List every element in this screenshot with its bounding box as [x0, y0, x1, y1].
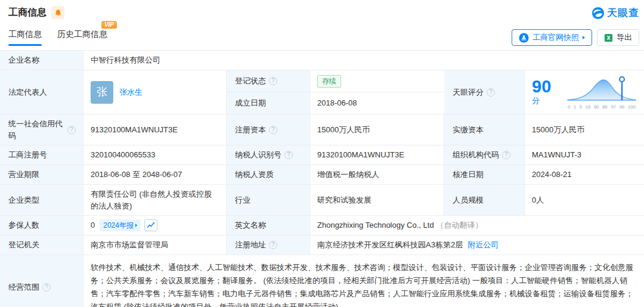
- score-axis-ticks: 0151550859799100: [566, 104, 637, 110]
- business-scope-value: 软件技术、机械技术、通信技术、人工智能技术、数据技术开发、技术服务、技术咨询；模…: [83, 255, 644, 307]
- trend-chart-button[interactable]: [144, 219, 157, 231]
- taxpayer-id-value: 91320100MA1WNUJT3E: [310, 145, 444, 165]
- field-label: 营业期限: [0, 165, 83, 184]
- field-label: 纳税人资质: [227, 165, 310, 184]
- table-row-insured: 参保人数 0 2024年报 英文名称 Zhongzhixing Technolo…: [0, 216, 644, 235]
- help-icon[interactable]: [269, 126, 277, 134]
- table-row-business-scope: 经营范围 软件技术、机械技术、通信技术、人工智能技术、数据技术开发、技术服务、技…: [0, 255, 644, 307]
- tab-bar: 工商信息 历史工商信息 VIP 工商官网快照 导出: [0, 23, 644, 49]
- field-label: 英文名称: [227, 216, 310, 235]
- field-label: 人员规模: [444, 185, 525, 215]
- org-code-value: MA1WNUJT-3: [525, 145, 644, 165]
- table-row-reg-authority: 登记机关 南京市市场监督管理局 注册地址 南京经济技术开发区红枫科技园A3栋第2…: [0, 235, 644, 255]
- logo-text: 天眼查: [607, 6, 639, 20]
- score-value: 90: [532, 77, 551, 96]
- business-info-panel: 工商信息 天眼查 工商信息 历史工商信息 VIP 工商官网快照: [0, 0, 644, 307]
- reg-status-value: 存续: [310, 70, 444, 92]
- field-label: 成立日期: [227, 92, 310, 114]
- insured-cell: 0 2024年报: [83, 216, 227, 235]
- field-label: 经营范围: [0, 255, 83, 307]
- field-label: 登记机关: [0, 235, 83, 255]
- field-label: 行业: [227, 185, 310, 215]
- score-cell: 90分: [525, 70, 644, 114]
- tianyancha-logo-icon: [592, 7, 605, 20]
- reg-status-subrow: 登记状态 存续: [227, 70, 444, 92]
- auto-translate-note: （自动翻译）: [436, 219, 483, 231]
- snapshot-button-label: 工商官网快照: [532, 32, 579, 43]
- business-info-table: 企业名称 中智行科技有限公司 法定代表人 张 张水生 登记状态 存续: [0, 50, 644, 307]
- score-curve: [566, 75, 637, 102]
- company-name-value: 中智行科技有限公司: [83, 51, 644, 70]
- company-type-value: 有限责任公司 (非自然人投资或控股的法人独资): [83, 185, 227, 215]
- excel-icon: [604, 33, 613, 42]
- help-icon[interactable]: [269, 77, 277, 85]
- panel-header: 工商信息 天眼查: [0, 0, 644, 23]
- field-label: 注册地址: [227, 235, 310, 255]
- export-button[interactable]: 导出: [597, 29, 639, 46]
- score-unit: 分: [532, 96, 540, 105]
- bell-icon[interactable]: [51, 6, 64, 19]
- tab-history-business-info[interactable]: 历史工商信息 VIP: [57, 29, 107, 46]
- tab-label: 历史工商信息: [57, 29, 107, 39]
- stamp-icon: [519, 33, 529, 43]
- status-date-column: 登记状态 存续 成立日期 2018-06-08: [227, 70, 444, 114]
- legal-rep-cell: 张 张水生: [83, 70, 227, 114]
- paid-capital-value: 15000万人民币: [525, 114, 644, 145]
- field-label: 注册资本: [227, 114, 310, 145]
- field-label: 参保人数: [0, 216, 83, 235]
- reg-capital-value: 15000万人民币: [310, 114, 444, 145]
- field-label: 法定代表人: [0, 70, 83, 114]
- help-icon[interactable]: [284, 151, 293, 159]
- establish-date-value: 2018-06-08: [310, 92, 444, 114]
- table-row-business-term: 营业期限 2018-06-08 至 2048-06-07 纳税人资质 增值税一般…: [0, 165, 644, 185]
- field-label: 工商注册号: [0, 145, 83, 165]
- nearby-companies-link[interactable]: 附近公司: [467, 239, 499, 251]
- field-label: 核准日期: [444, 165, 525, 184]
- table-row-company-type: 企业类型 有限责任公司 (非自然人投资或控股的法人独资) 行业 研究和试验发展 …: [0, 185, 644, 216]
- reg-authority-value: 南京市市场监督管理局: [83, 235, 227, 255]
- score-distribution-chart: 0151550859799100: [566, 75, 637, 110]
- field-label: 天眼评分: [444, 70, 525, 114]
- reg-address-value: 南京经济技术开发区红枫科技园A3栋第2层: [317, 239, 463, 251]
- help-icon[interactable]: [67, 126, 76, 134]
- vip-badge: VIP: [101, 21, 117, 29]
- help-icon[interactable]: [269, 241, 277, 249]
- help-icon[interactable]: [42, 283, 51, 292]
- credit-code-value: 91320100MA1WNUJT3E: [83, 114, 227, 145]
- official-snapshot-button[interactable]: 工商官网快照: [512, 29, 592, 46]
- tianyancha-logo[interactable]: 天眼查: [592, 6, 639, 20]
- field-label: 登记状态: [227, 70, 310, 92]
- table-row-credit-code: 统一社会信用代码 91320100MA1WNUJT3E 注册资本 15000万人…: [0, 114, 644, 145]
- tab-label: 工商信息: [8, 29, 42, 39]
- page-title: 工商信息: [8, 7, 47, 19]
- field-label: 统一社会信用代码: [0, 114, 83, 145]
- annual-report-badge[interactable]: 2024年报: [100, 219, 141, 231]
- industry-value: 研究和试验发展: [310, 185, 444, 215]
- reg-number-value: 320100400065533: [83, 145, 227, 165]
- tab-business-info[interactable]: 工商信息: [8, 29, 42, 46]
- staff-size-value: 0人: [525, 185, 644, 215]
- business-term-value: 2018-06-08 至 2048-06-07: [83, 165, 227, 184]
- english-name-value: Zhongzhixing Technology Co., Ltd （自动翻译）: [310, 216, 644, 235]
- taxpayer-quality-value: 增值税一般纳税人: [310, 165, 444, 184]
- field-label: 企业名称: [0, 51, 83, 70]
- help-icon[interactable]: [502, 151, 510, 159]
- chevron-right-icon: [135, 224, 137, 227]
- table-row-reg-number: 工商注册号 320100400065533 纳税人识别号 91320100MA1…: [0, 145, 644, 165]
- legal-rep-link[interactable]: 张水生: [119, 86, 143, 98]
- approval-date-value: 2024-08-21: [525, 165, 644, 184]
- insured-count: 0: [91, 219, 95, 231]
- table-row-company-name: 企业名称 中智行科技有限公司: [0, 51, 644, 70]
- avatar: 张: [91, 81, 113, 104]
- field-label: 企业类型: [0, 185, 83, 215]
- line-chart-icon: [147, 222, 154, 229]
- help-icon[interactable]: [487, 88, 495, 97]
- table-row-legal-rep: 法定代表人 张 张水生 登记状态 存续 成立日期 2018-06-08: [0, 70, 644, 114]
- chevron-right-icon: [583, 36, 585, 39]
- status-badge: 存续: [317, 75, 341, 88]
- score-marker-pin: [620, 77, 624, 82]
- export-button-label: 导出: [617, 32, 632, 43]
- reg-address-cell: 南京经济技术开发区红枫科技园A3栋第2层 附近公司: [310, 235, 644, 255]
- establish-date-subrow: 成立日期 2018-06-08: [227, 92, 444, 114]
- field-label: 实缴资本: [444, 114, 525, 145]
